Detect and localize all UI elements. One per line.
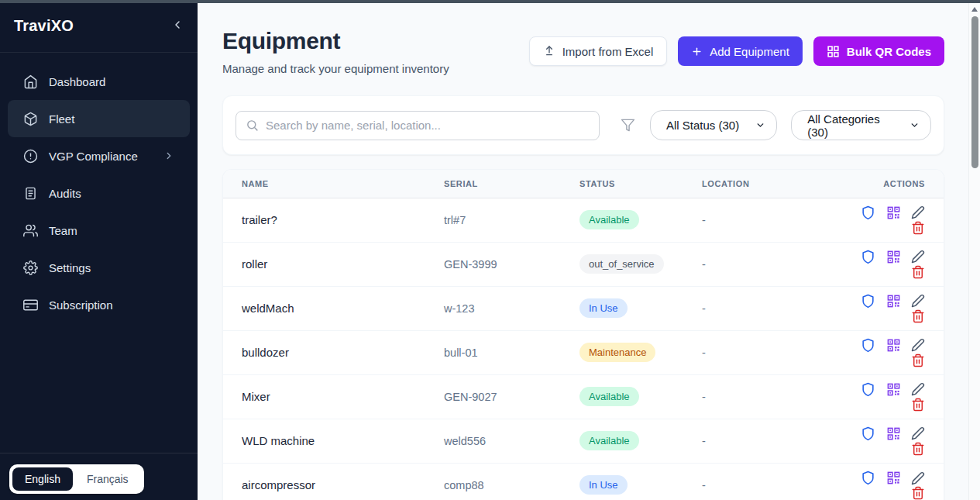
edit-button[interactable]	[911, 250, 925, 264]
sidebar-item-settings[interactable]: Settings	[8, 249, 190, 286]
compliance-shield-button[interactable]	[861, 426, 875, 441]
status-filter-select[interactable]: All Status (30)	[650, 110, 777, 140]
sidebar-item-audits[interactable]: Audits	[8, 174, 190, 212]
sidebar-item-label: Audits	[49, 187, 81, 200]
equipment-name: bulldozer	[223, 330, 444, 374]
equipment-table-body: trailer? trl#7 Available -	[223, 198, 944, 500]
delete-button[interactable]	[911, 398, 925, 412]
language-button-english[interactable]: English	[12, 467, 73, 491]
trash-icon	[911, 398, 925, 412]
table-row: Mixer GEN-9027 Available -	[223, 374, 944, 419]
search-icon	[246, 119, 259, 132]
chevron-down-icon	[755, 120, 765, 130]
scroll-up-arrow[interactable]	[971, 7, 978, 12]
add-equipment-button[interactable]: Add Equipment	[678, 36, 803, 66]
shield-icon	[861, 250, 875, 264]
category-filter-select[interactable]: All Categories (30)	[791, 110, 931, 140]
table-row: weldMach w-123 In Use -	[223, 286, 944, 330]
sidebar-item-vgp-compliance[interactable]: VGP Compliance	[8, 137, 190, 174]
header-actions: Import from Excel Add Equipment Bulk QR …	[529, 36, 944, 66]
language-button-francais[interactable]: Français	[74, 467, 141, 491]
edit-button[interactable]	[911, 205, 925, 219]
equipment-serial: weld556	[444, 419, 579, 463]
column-header-name: Name	[223, 170, 444, 198]
delete-button[interactable]	[911, 442, 925, 456]
edit-button[interactable]	[911, 294, 925, 308]
qr-code-icon	[886, 338, 901, 353]
sidebar-item-fleet[interactable]: Fleet	[8, 100, 190, 137]
document-icon	[23, 186, 38, 201]
qr-code-button[interactable]	[886, 294, 901, 309]
page-subtitle: Manage and track your equipment inventor…	[222, 62, 449, 75]
scrollbar-thumb[interactable]	[971, 16, 978, 168]
sidebar-nav: Dashboard Fleet VGP Compliance Audits	[0, 53, 198, 453]
qr-code-button[interactable]	[886, 250, 901, 264]
trash-icon	[911, 221, 925, 235]
compliance-shield-button[interactable]	[861, 294, 875, 309]
edit-button[interactable]	[911, 426, 925, 440]
plus-icon	[691, 46, 703, 57]
equipment-serial: GEN-9027	[444, 374, 579, 419]
equipment-location: -	[702, 286, 830, 330]
sidebar-item-label: Dashboard	[49, 75, 105, 88]
qr-code-button[interactable]	[886, 205, 901, 220]
sidebar-item-team[interactable]: Team	[8, 212, 190, 249]
table-row: aircompressor comp88 In Use -	[223, 463, 944, 500]
equipment-serial: bull-01	[444, 330, 579, 374]
cube-icon	[23, 112, 38, 126]
shield-icon	[861, 382, 875, 397]
sidebar-item-label: VGP Compliance	[49, 150, 138, 163]
compliance-shield-button[interactable]	[861, 382, 875, 397]
search-input[interactable]	[266, 119, 590, 132]
qr-code-button[interactable]	[886, 471, 901, 485]
compliance-shield-button[interactable]	[861, 471, 875, 485]
pencil-icon	[911, 338, 925, 352]
upload-icon	[543, 45, 555, 57]
qr-code-button[interactable]	[886, 338, 901, 353]
shield-icon	[861, 471, 875, 485]
credit-card-icon	[23, 298, 38, 312]
status-badge: In Use	[579, 298, 628, 318]
edit-button[interactable]	[911, 338, 925, 352]
users-icon	[23, 223, 38, 238]
sidebar-footer: English Français	[0, 453, 198, 500]
shield-icon	[861, 338, 875, 353]
table-row: trailer? trl#7 Available -	[223, 198, 944, 242]
column-header-status: Status	[579, 170, 702, 198]
import-from-excel-button[interactable]: Import from Excel	[529, 36, 668, 66]
delete-button[interactable]	[911, 265, 925, 279]
equipment-table: Name Serial Status Location Actions trai…	[223, 170, 944, 500]
qr-code-icon	[886, 250, 901, 264]
delete-button[interactable]	[911, 221, 925, 235]
status-badge: In Use	[579, 475, 628, 495]
qr-code-button[interactable]	[886, 426, 901, 441]
edit-button[interactable]	[911, 471, 925, 485]
pencil-icon	[911, 205, 925, 219]
sidebar-item-label: Team	[49, 224, 77, 237]
language-toggle: English Français	[9, 464, 144, 494]
home-icon	[23, 74, 38, 89]
compliance-shield-button[interactable]	[861, 250, 875, 264]
brand-logo: TraviXO	[14, 17, 74, 35]
chevron-left-icon	[171, 19, 184, 33]
equipment-serial: GEN-3999	[444, 242, 579, 286]
compliance-shield-button[interactable]	[861, 338, 875, 353]
equipment-name: trailer?	[223, 198, 444, 242]
shield-icon	[861, 426, 875, 441]
equipment-location: -	[702, 198, 830, 242]
equipment-serial: comp88	[444, 463, 579, 500]
table-row: WLD machine weld556 Available -	[223, 419, 944, 463]
bulk-qr-codes-button[interactable]: Bulk QR Codes	[813, 36, 944, 66]
qr-code-button[interactable]	[886, 382, 901, 397]
delete-button[interactable]	[911, 309, 925, 323]
edit-button[interactable]	[911, 382, 925, 396]
delete-button[interactable]	[911, 486, 925, 500]
sidebar-collapse-button[interactable]	[171, 19, 184, 33]
column-header-actions: Actions	[830, 170, 944, 198]
compliance-shield-button[interactable]	[861, 205, 875, 220]
sidebar-item-subscription[interactable]: Subscription	[8, 286, 190, 323]
delete-button[interactable]	[911, 353, 925, 367]
pencil-icon	[911, 471, 925, 485]
sidebar-item-dashboard[interactable]: Dashboard	[8, 63, 190, 100]
filter-funnel-icon	[621, 118, 635, 133]
